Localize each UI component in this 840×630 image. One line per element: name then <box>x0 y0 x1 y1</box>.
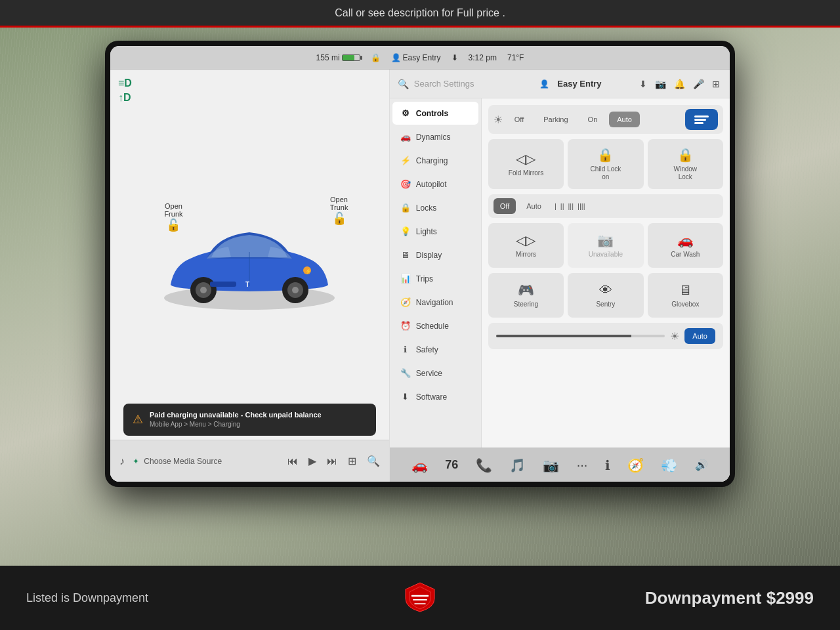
nav-software[interactable]: ⬇ Software <box>392 385 478 408</box>
taskbar-camera-button[interactable]: 📷 <box>537 455 564 476</box>
active-profile-label: Easy Entry <box>557 79 601 89</box>
nav-locks[interactable]: 🔒 Locks <box>392 196 478 219</box>
tint-off-button[interactable]: Off <box>494 198 516 214</box>
nav-autopilot[interactable]: 🎯 Autopilot <box>392 173 478 196</box>
right-panel: 🔍 Search Settings 👤 Easy Entry ⬇ 📷 🔔 🎤 ⊞ <box>389 70 730 482</box>
safety-nav-icon: ℹ <box>400 345 411 354</box>
taskbar-phone-button[interactable]: 📞 <box>471 455 497 476</box>
tint-level-3[interactable]: ||| <box>568 202 574 210</box>
car-image: ⚡ T <box>158 213 341 318</box>
software-nav-icon: ⬇ <box>400 392 411 402</box>
controls-panel: ☀ Off Parking On Auto <box>482 98 730 448</box>
schedule-nav-icon: ⏰ <box>400 321 411 331</box>
sentry-button[interactable]: 👁 Sentry <box>568 273 643 318</box>
download-icon[interactable]: ⬇ <box>637 77 649 91</box>
taskbar: 🚗 76 📞 🎵 📷 ··· ℹ 🧭 💨 🔊 <box>390 448 730 482</box>
car-wash-button[interactable]: 🚗 Car Wash <box>648 223 723 268</box>
tint-auto-button[interactable]: Auto <box>520 198 548 214</box>
svg-point-3 <box>200 287 207 293</box>
tint-level-4[interactable]: |||| <box>578 202 585 210</box>
skip-back-button[interactable]: ⏮ <box>287 455 298 467</box>
fold-mirrors-button[interactable]: ◁▷ Fold Mirrors <box>488 139 564 189</box>
navigation-nav-icon: 🧭 <box>400 297 411 307</box>
lock-status: 🔒 <box>371 53 381 62</box>
mirrors-button[interactable]: ◁▷ Mirrors <box>488 223 564 268</box>
lights-mode-button[interactable] <box>685 109 718 130</box>
nav-trips[interactable]: 📊 Trips <box>392 267 478 290</box>
glovebox-button[interactable]: 🖥 Glovebox <box>648 273 723 318</box>
media-source-text[interactable]: ✦ Choose Media Source <box>133 457 280 466</box>
top-controls-grid: ◁▷ Fold Mirrors 🔒 Child Lock on 🔒 Window <box>488 139 723 189</box>
brightness-icon: ☀ <box>670 330 679 343</box>
tesla-screen-bezel: 155 mi 🔒 👤 Easy Entry ⬇ 3:12 pm 71°F <box>105 41 735 487</box>
taskbar-volume-button[interactable]: 🔊 <box>690 456 713 474</box>
taskbar-nav-button[interactable]: 🧭 <box>622 455 649 476</box>
lights-off-button[interactable]: Off <box>507 112 532 127</box>
nav-charging[interactable]: ⚡ Charging <box>392 149 478 172</box>
battery-icon <box>342 54 360 61</box>
taskbar-fan-button[interactable]: 💨 <box>656 455 682 476</box>
taskbar-music-button[interactable]: 🎵 <box>504 455 531 476</box>
nav-safety[interactable]: ℹ Safety <box>392 338 478 361</box>
background-photo: 155 mi 🔒 👤 Easy Entry ⬇ 3:12 pm 71°F <box>0 28 840 566</box>
window-lock-icon: 🔒 <box>677 147 694 163</box>
controls-nav-icon: ⚙ <box>400 108 411 118</box>
lights-auto-button[interactable]: Auto <box>609 112 640 127</box>
window-lock-button[interactable]: 🔒 Window Lock <box>648 139 723 189</box>
taskbar-more-button[interactable]: ··· <box>572 455 593 475</box>
child-lock-button[interactable]: 🔒 Child Lock on <box>568 139 643 189</box>
profile-display: 👤 Easy Entry <box>391 53 441 62</box>
car-display-area: Open Frunk 🔓 Open Trunk 🔓 <box>110 70 389 440</box>
media-bar: ♪ ✦ Choose Media Source ⏮ ▶ ⏭ ⊞ 🔍 <box>110 440 389 482</box>
brightness-row: ☀ Auto <box>488 323 723 349</box>
svg-text:⚡: ⚡ <box>305 268 312 274</box>
brightness-auto-button[interactable]: Auto <box>684 328 715 344</box>
taskbar-temp[interactable]: 76 <box>440 455 463 474</box>
nav-controls[interactable]: ⚙ Controls <box>392 102 478 125</box>
car-wash-icon: 🚗 <box>677 232 694 248</box>
service-nav-icon: 🔧 <box>400 368 411 378</box>
warning-icon: ⚠ <box>133 412 143 427</box>
display-nav-icon: 🖥 <box>400 250 411 260</box>
sentry-icon: 👁 <box>599 283 612 298</box>
settings-body: ⚙ Controls 🚗 Dynamics ⚡ Charging <box>390 98 730 448</box>
svg-rect-13 <box>694 119 706 121</box>
top-bar: Call or see description for Full price . <box>0 0 840 28</box>
play-button[interactable]: ▶ <box>308 455 316 467</box>
steering-button[interactable]: 🎮 Steering <box>488 273 564 318</box>
grid-icon[interactable]: ⊞ <box>710 77 722 91</box>
search-media-button[interactable]: 🔍 <box>367 455 380 467</box>
tint-level-1[interactable]: | <box>555 202 556 210</box>
temp-display: 71°F <box>507 53 524 62</box>
settings-icons-row: ⬇ 📷 🔔 🎤 ⊞ <box>607 77 723 91</box>
nav-service[interactable]: 🔧 Service <box>392 362 478 385</box>
search-placeholder[interactable]: Search Settings <box>414 79 530 89</box>
fold-mirrors-icon: ◁▷ <box>516 151 536 167</box>
tint-level-2[interactable]: || <box>560 202 564 210</box>
mic-icon[interactable]: 🎤 <box>691 77 706 91</box>
skip-forward-button[interactable]: ⏭ <box>327 455 337 467</box>
camera-settings-icon[interactable]: 📷 <box>653 77 668 91</box>
lights-on-button[interactable]: On <box>580 112 606 127</box>
brightness-slider[interactable] <box>496 335 665 337</box>
svg-point-6 <box>292 287 299 293</box>
autopilot-nav-icon: 🎯 <box>400 179 411 189</box>
logo-shield <box>400 580 440 613</box>
lights-nav-icon: 💡 <box>400 226 411 236</box>
car-svg-container: Open Frunk 🔓 Open Trunk 🔓 <box>144 182 354 327</box>
equalizer-button[interactable]: ⊞ <box>348 455 356 467</box>
settings-search-bar: 🔍 Search Settings 👤 Easy Entry ⬇ 📷 🔔 🎤 ⊞ <box>390 70 730 98</box>
nav-lights[interactable]: 💡 Lights <box>392 220 478 243</box>
dynamics-nav-icon: 🚗 <box>400 132 411 142</box>
svg-rect-14 <box>694 122 704 124</box>
nav-dynamics[interactable]: 🚗 Dynamics <box>392 125 478 148</box>
taskbar-car-button[interactable]: 🚗 <box>406 455 433 476</box>
lights-parking-button[interactable]: Parking <box>536 112 576 127</box>
bell-icon[interactable]: 🔔 <box>672 77 687 91</box>
nav-navigation[interactable]: 🧭 Navigation <box>392 291 478 314</box>
taskbar-info-button[interactable]: ℹ <box>600 455 616 476</box>
top-bar-text: Call or see description for Full price . <box>335 7 505 19</box>
nav-display[interactable]: 🖥 Display <box>392 243 478 266</box>
bottom-right-text: Downpayment $2999 <box>645 588 814 608</box>
nav-schedule[interactable]: ⏰ Schedule <box>392 314 478 337</box>
